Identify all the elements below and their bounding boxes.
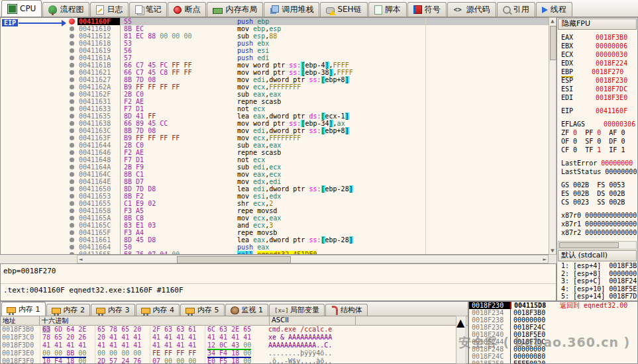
tab-script[interactable]: 脚本 (368, 2, 407, 17)
registers-list[interactable]: EAX0018F3B0EBX00000006ECX00000030EDX0018… (557, 30, 637, 241)
tab-graph[interactable]: 流程图 (42, 2, 89, 17)
tab-memory-map[interactable]: 内存布局 (207, 2, 263, 17)
stack-row[interactable]: 0018F23800000000 (469, 316, 637, 324)
disasm-row[interactable]: 00411633F7 D1not ecx (1, 105, 556, 113)
breakpoint-gutter[interactable] (1, 244, 78, 251)
breakpoint-gutter[interactable] (1, 105, 78, 113)
breakpoint-gutter[interactable] (1, 134, 78, 142)
breakpoint-dot-active[interactable] (69, 19, 75, 24)
breakpoint-gutter[interactable] (1, 32, 78, 40)
argument-row[interactable]: 1: [esp+4] 0018F3B0 (557, 262, 637, 270)
disasm-row[interactable]: 0041163866 89 45 CCmov word ptr ss:[ebp-… (1, 120, 556, 127)
argument-row[interactable]: 5: [esp+14] 0018F7DC (557, 293, 637, 300)
disasm-row[interactable]: 0041163FB9 FF FF FF FFmov ecx,FFFFFFFF (1, 134, 556, 142)
breakpoint-dot[interactable] (70, 92, 74, 97)
disasm-row[interactable]: 004116358D 41 FFlea eax,dword ptr ds:[ec… (1, 113, 556, 120)
breakpoint-dot[interactable] (70, 77, 74, 82)
hide-fpu-button[interactable]: 隐藏FPU (558, 19, 637, 30)
breakpoint-dot[interactable] (70, 41, 74, 46)
breakpoint-gutter[interactable] (1, 229, 78, 236)
disasm-row[interactable]: 0041162166 C7 45 C8 FF FFmov word ptr ss… (1, 69, 556, 76)
breakpoint-dot[interactable] (70, 34, 74, 38)
breakpoint-gutter[interactable] (1, 171, 78, 178)
breakpoint-gutter[interactable] (1, 98, 78, 105)
dump-row[interactable]: 0018F3D041 41 41 4141 41 41 4141 41 41 4… (1, 341, 468, 349)
dump-vertical-scrollbar[interactable]: ▲ (456, 316, 466, 364)
scrollbar-thumb[interactable] (550, 26, 557, 60)
tab-seh-chain[interactable]: SEH链 (320, 2, 367, 17)
breakpoint-dot[interactable] (70, 252, 74, 255)
breakpoint-dot[interactable] (70, 150, 74, 155)
tab-memory-dump[interactable]: 内存 3 (91, 304, 135, 316)
disasm-row[interactable]: 0041162AB9 FF FF FF FFmov ecx,FFFFFFFF (1, 83, 556, 91)
breakpoint-dot[interactable] (70, 48, 74, 53)
breakpoint-gutter[interactable] (1, 83, 78, 91)
disasm-row[interactable]: 004116108B ECmov ebp,esp (1, 25, 556, 32)
disasm-row[interactable]: 0041163C8B 7D 08mov edi,dword ptr ss:[eb… (1, 127, 556, 134)
breakpoint-dot[interactable] (70, 136, 74, 140)
breakpoint-dot[interactable] (70, 99, 74, 104)
stack-row[interactable]: 0018F2400018F5E0 (469, 331, 637, 338)
disassembly-vertical-scrollbar[interactable]: ▲ ▼ (549, 17, 557, 255)
breakpoint-gutter[interactable] (1, 207, 78, 214)
breakpoint-gutter[interactable] (1, 54, 78, 62)
breakpoint-dot[interactable] (70, 85, 74, 89)
disasm-row[interactable]: 00411655C1 E9 02shr ecx,2 (1, 200, 556, 207)
breakpoint-gutter[interactable] (1, 120, 78, 127)
tab-log[interactable]: 日志 (90, 2, 129, 17)
breakpoint-gutter[interactable] (1, 47, 78, 54)
breakpoint-dot[interactable] (70, 26, 74, 31)
tab-breakpoint[interactable]: 断点 (168, 2, 206, 17)
disasm-row[interactable]: 00411646F2 AErepne scasb (1, 149, 556, 156)
scroll-down-icon[interactable]: ▼ (550, 248, 555, 254)
breakpoint-gutter[interactable] (1, 156, 78, 163)
breakpoint-gutter[interactable] (1, 163, 78, 171)
dump-row[interactable]: 0018F3B063 6D 64 2E65 78 65 202F 63 63 6… (1, 326, 468, 334)
tab-notes[interactable]: 笔记 (129, 2, 167, 17)
stack-row[interactable]: 0018F24800000000 (469, 345, 637, 353)
disasm-row[interactable]: 0041165C83 E1 03and ecx,3 (1, 222, 556, 229)
tab-cpu[interactable]: CPU (1, 0, 42, 17)
disassembly-horizontal-scrollbar[interactable]: ◄ ► (77, 255, 549, 263)
argument-row[interactable]: 2: [esp+8] 00000000 (557, 270, 637, 278)
scroll-up-icon[interactable]: ▲ (550, 18, 555, 24)
breakpoint-dot[interactable] (70, 179, 74, 184)
tab-symbols[interactable]: 符号 (407, 2, 447, 17)
breakpoint-dot[interactable] (70, 56, 74, 60)
breakpoint-gutter[interactable] (1, 91, 78, 98)
scrollbar-thumb[interactable] (559, 242, 619, 248)
breakpoint-gutter[interactable] (1, 113, 78, 120)
breakpoint-dot[interactable] (70, 230, 74, 235)
breakpoint-dot[interactable] (70, 216, 74, 220)
disasm-row[interactable]: 0041161281 EC 88 00 00 00sub esp,88 (1, 32, 556, 40)
breakpoint-dot[interactable] (70, 172, 74, 177)
scrollbar-thumb[interactable] (177, 256, 291, 263)
breakpoint-gutter[interactable] (1, 185, 78, 193)
disasm-row[interactable]: 00411658F3 A5repe movsd (1, 207, 556, 214)
breakpoint-dot[interactable] (70, 121, 74, 126)
breakpoint-dot[interactable] (70, 223, 74, 228)
disasm-row[interactable]: 0041166450push eax (1, 244, 556, 251)
disasm-row[interactable]: 0041162F2B C0sub eax,eax (1, 91, 556, 98)
breakpoint-dot[interactable] (70, 63, 74, 68)
tab-source[interactable]: 源代码 (447, 2, 496, 17)
disasm-row[interactable]: 0041164C8B C1mov eax,ecx (1, 171, 556, 178)
breakpoint-gutter[interactable] (1, 200, 78, 207)
tab-memory-dump[interactable]: 内存 2 (46, 304, 91, 316)
disasm-row[interactable]: 0041165FF3 A4repe movsb (1, 229, 556, 236)
tab-memory-dump[interactable]: 内存 5 (180, 304, 225, 316)
scroll-up-icon[interactable]: ▲ (456, 316, 464, 329)
tab-memory-dump[interactable]: 内存 4 (136, 304, 180, 316)
tab-struct[interactable]: 结构体 (325, 304, 368, 316)
disasm-row[interactable]: 0041161A57push edi (1, 54, 556, 62)
call-arguments-list[interactable]: 1: [esp+4] 0018F3B02: [esp+8] 000000003:… (557, 262, 637, 300)
breakpoint-gutter[interactable] (1, 142, 78, 149)
breakpoint-dot[interactable] (70, 201, 74, 206)
breakpoint-gutter[interactable] (1, 40, 78, 47)
disasm-row[interactable]: 00411648F7 D1not ecx (1, 156, 556, 163)
breakpoint-gutter[interactable] (1, 193, 78, 200)
disasm-row[interactable]: 004116508D 7D D8lea edi,dword ptr ss:[eb… (1, 185, 556, 193)
breakpoint-gutter[interactable] (1, 236, 78, 244)
tab-call-stack[interactable]: 调用堆栈 (264, 2, 319, 17)
disasm-row[interactable]: 0041164E8B D7mov edx,edi (1, 178, 556, 185)
